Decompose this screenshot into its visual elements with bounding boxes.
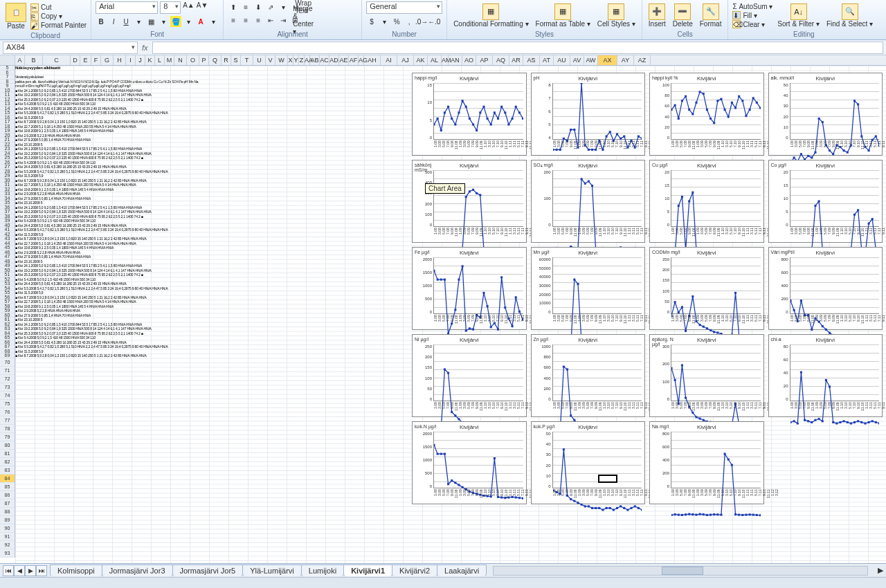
tab-first-icon[interactable]: ⏮ [3,565,14,576]
italic-icon[interactable]: I [108,16,119,27]
col-header-M[interactable]: M [165,55,174,65]
paste-button[interactable]: 📋Paste [4,1,28,31]
align-top-icon[interactable]: ⬆ [228,1,239,12]
autosum-button[interactable]: Σ AutoSum ▾ [732,3,772,10]
chart-18[interactable]: Na mg/lKivijärvi02004006008001.083.085.0… [649,421,764,504]
sheet-tab[interactable]: Jormasjärvi Jor3 [102,564,173,576]
clear-button[interactable]: ⌫Clear ▾ [732,20,772,28]
font-name-select[interactable]: Arial [96,1,158,14]
formula-bar[interactable] [152,42,883,54]
sheet-tab[interactable]: Kivijärvi2 [392,564,437,576]
data-cells[interactable]: Näkösyvyyden alkliteetti Vesianalyysitul… [15,66,403,425]
col-header-H[interactable]: H [114,55,126,65]
col-header-AU[interactable]: AU [554,55,570,65]
chart-14[interactable]: epäorg. N µg/lKivijärvi01002003001.083.0… [649,334,764,417]
format-button[interactable]: 🔧Format [698,3,724,28]
format-painter-button[interactable]: 🖌Format Painter [30,21,87,30]
border-icon[interactable]: ▦ [145,16,156,27]
col-header-AT[interactable]: AT [540,55,554,65]
col-header-AX[interactable]: AX [598,55,617,65]
chart-5[interactable]: SO₄ mg/lKivijärvi01002001.083.085.087.08… [531,160,646,243]
scroll-right-icon[interactable]: ▶ [875,566,886,575]
align-right-icon[interactable]: ≡ [253,15,264,26]
col-header-L[interactable]: L [155,55,165,65]
col-header-AG[interactable]: AG [359,55,364,65]
col-header-AL[interactable]: AL [428,55,442,65]
insert-button[interactable]: ➕Insert [647,3,668,28]
col-header-AC[interactable]: AC [320,55,329,65]
col-header-V[interactable]: V [266,55,275,65]
underline-icon[interactable]: U [120,16,132,27]
tab-next-icon[interactable]: ▶ [25,565,36,576]
col-header-F[interactable]: F [91,55,101,65]
format-as-table-button[interactable]: ▦Format as Table ▾ [534,3,593,28]
shrink-font-icon[interactable]: A▼ [197,1,208,14]
fill-button[interactable]: ⬇Fill ▾ [732,11,772,19]
col-header-W[interactable]: W [275,55,288,65]
col-header-AW[interactable]: AW [584,55,598,65]
inc-decimal-icon[interactable]: .0→ [416,16,427,27]
col-header-T[interactable]: T [241,55,253,65]
indent-dec-icon[interactable]: ⇤ [265,15,276,26]
horizontal-scrollbar[interactable] [493,566,868,576]
col-header-Q[interactable]: Q [209,55,222,65]
comma-icon[interactable]: , [404,16,415,27]
number-format-select[interactable]: General [366,1,442,14]
col-header-U[interactable]: U [253,55,266,65]
align-bottom-icon[interactable]: ⬇ [253,1,264,12]
col-header-AF[interactable]: AF [349,55,359,65]
find-select-button[interactable]: 🔍Find & Select ▾ [824,3,875,28]
chart-12[interactable]: Ni µg/lKivijärvi0501001502002501.083.085… [412,334,527,417]
sort-filter-button[interactable]: A↓Sort & Filter ▾ [775,3,822,28]
col-header-AD[interactable]: AD [329,55,339,65]
merge-center-button[interactable]: ⊞ Merge & Center ▾ [290,15,311,26]
conditional-formatting-button[interactable]: ▦Conditional Formatting ▾ [451,3,530,28]
chart-15[interactable]: chl-aKivijärvi0204060801.083.085.087.089… [768,334,883,417]
col-header-AO[interactable]: AO [462,55,476,65]
col-header-S[interactable]: S [231,55,241,65]
sheet-tab[interactable]: Lumijoki [301,564,344,576]
row-headers[interactable]: 5678910111213141516171819202122232425262… [0,66,15,558]
orientation-icon[interactable]: ⇗ [265,1,276,12]
col-header-O[interactable]: O [187,55,199,65]
col-header-K[interactable]: K [145,55,155,65]
chart-6[interactable]: Cu µg/lKivijärvi051015201.083.085.087.08… [649,160,764,243]
chart-17[interactable]: kok.P µg/lKivijärvi010203040501.083.085.… [531,421,646,504]
copy-button[interactable]: ⎘Copy ▾ [30,12,87,21]
chart-4[interactable]: sähkönj mS/mKivijärvi01002003004005001.0… [412,160,527,243]
col-header-AK[interactable]: AK [414,55,428,65]
fill-color-icon[interactable]: 🪣 [170,16,181,27]
align-left-icon[interactable]: ≡ [228,15,239,26]
col-header-I[interactable]: I [126,55,136,65]
col-header-AI[interactable]: AI [381,55,397,65]
cut-button[interactable]: ✂Cut [30,3,87,12]
bold-icon[interactable]: B [96,16,107,27]
dec-decimal-icon[interactable]: ←.0 [428,16,440,27]
col-header-B[interactable]: B [25,55,43,65]
align-center-icon[interactable]: ≡ [240,15,251,26]
sheet-tab[interactable]: Laakajärvi [437,564,487,576]
col-header-A[interactable]: A [15,55,25,65]
chart-16[interactable]: kok.N µg/lKivijärvi05001000150020001.083… [412,421,527,504]
col-header-AY[interactable]: AY [617,55,634,65]
col-header-E[interactable]: E [80,55,91,65]
sheet-tab[interactable]: Jormasjärvi Jor5 [172,564,244,576]
chart-0[interactable]: happi mg/lKivijärvi0510151.083.085.087.0… [412,73,527,156]
col-header-AN[interactable]: AN [449,55,462,65]
col-header-AV[interactable]: AV [570,55,584,65]
sheet-tab[interactable]: Kivijärvi1 [343,564,392,576]
tab-prev-icon[interactable]: ◀ [14,565,25,576]
chart-9[interactable]: Mn µg/lKivijärvi010000200003000040000500… [531,247,646,330]
chart-1[interactable]: pHKivijärvi456781.083.085.087.089.0811.0… [531,73,646,156]
col-header-P[interactable]: P [199,55,209,65]
col-header-AB[interactable]: AB [310,55,320,65]
col-header-AR[interactable]: AR [509,55,523,65]
sheet-tab[interactable]: Ylä-Lumijärvi [242,564,302,576]
indent-inc-icon[interactable]: ⇥ [278,15,289,26]
currency-icon[interactable]: $ [366,16,377,27]
col-header-AZ[interactable]: AZ [634,55,651,65]
col-header-AQ[interactable]: AQ [493,55,509,65]
col-header-Y[interactable]: Y [293,55,299,65]
col-header-AE[interactable]: AE [339,55,349,65]
percent-icon[interactable]: % [391,16,402,27]
